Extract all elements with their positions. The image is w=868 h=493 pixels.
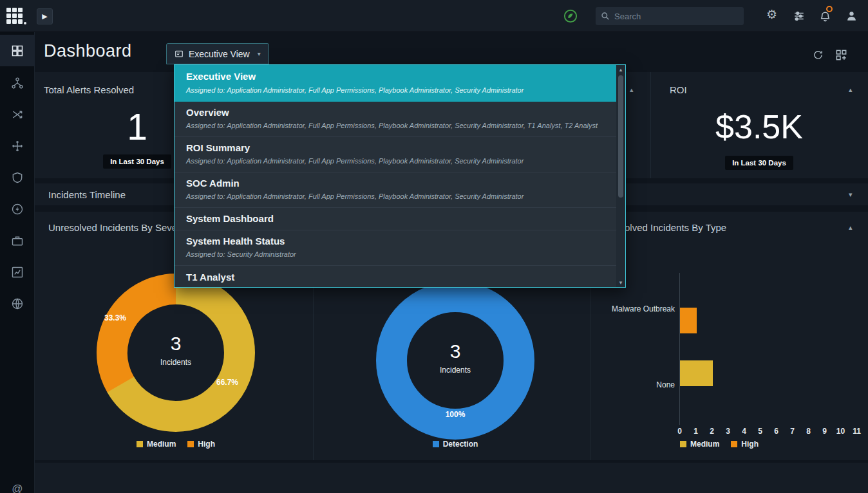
dashboard-view-icon bbox=[175, 50, 184, 59]
category-label: None bbox=[590, 380, 675, 389]
partial-widget-row bbox=[35, 463, 868, 493]
workflow-icon bbox=[11, 77, 24, 89]
sidebar-item-reports[interactable] bbox=[0, 256, 35, 288]
app-root: ▶ ⚙ bbox=[0, 0, 868, 493]
search-box[interactable] bbox=[596, 7, 744, 25]
legend-item-medium[interactable]: Medium bbox=[680, 440, 719, 449]
sidebar-item-security[interactable] bbox=[0, 162, 35, 193]
page-title: Dashboard bbox=[44, 41, 132, 61]
x-tick: 10 bbox=[833, 427, 849, 436]
y-axis-line bbox=[679, 273, 680, 425]
detection-total: 3 bbox=[375, 340, 536, 362]
sidebar-item-threat-intel[interactable] bbox=[0, 98, 35, 130]
scroll-down-icon[interactable]: ▾ bbox=[616, 278, 625, 287]
notifications-bell-icon[interactable] bbox=[819, 10, 831, 23]
dropdown-item-system-dashboard[interactable]: System Dashboard bbox=[175, 208, 617, 230]
dropdown-scrollbar[interactable]: ▴ ▾ bbox=[616, 65, 625, 287]
dropdown-item-t1-analyst[interactable]: T1 Analyst bbox=[175, 266, 617, 288]
legend-swatch-medium bbox=[680, 441, 686, 447]
severity-donut-center: 3 Incidents bbox=[95, 333, 256, 367]
dropdown-item-roi-summary[interactable]: ROI Summary Assigned to: Application Adm… bbox=[175, 137, 617, 172]
dropdown-item-soc-admin[interactable]: SOC Admin Assigned to: Application Admin… bbox=[175, 172, 617, 208]
x-tick: 3 bbox=[720, 427, 736, 436]
x-tick: 11 bbox=[849, 427, 865, 436]
legend-swatch-detection bbox=[433, 441, 439, 447]
globe-icon bbox=[11, 297, 24, 310]
legend-swatch-high bbox=[187, 441, 194, 447]
legend-item-medium[interactable]: Medium bbox=[137, 440, 176, 449]
chevron-down-icon: ▾ bbox=[258, 50, 261, 57]
pipeline-icon[interactable] bbox=[793, 10, 805, 22]
search-input[interactable] bbox=[614, 12, 730, 21]
user-profile-icon[interactable] bbox=[845, 10, 858, 22]
bar-none[interactable] bbox=[680, 360, 713, 386]
sidebar-item-incidents[interactable] bbox=[0, 67, 35, 98]
dropdown-item-executive-view[interactable]: Executive View Assigned to: Application … bbox=[175, 65, 617, 102]
slice-label-medium: 66.7% bbox=[216, 378, 238, 387]
dashboard-view-label: Executive View bbox=[189, 49, 250, 59]
widget-title-by-severity: Unresolved Incidents By Severity bbox=[48, 222, 190, 233]
widget-title-total-alerts: Total Alerts Resolved bbox=[44, 84, 134, 95]
search-icon bbox=[601, 12, 610, 21]
legend-item-high[interactable]: High bbox=[731, 440, 759, 449]
sidebar-item-mentions[interactable]: @ bbox=[0, 473, 35, 493]
scroll-up-icon[interactable]: ▴ bbox=[616, 65, 625, 74]
chart-icon bbox=[11, 266, 24, 279]
legend-item-detection[interactable]: Detection bbox=[433, 440, 478, 449]
system-health-icon[interactable] bbox=[563, 9, 578, 23]
mention-icon: @ bbox=[12, 483, 23, 493]
play-icon: ▶ bbox=[42, 12, 47, 21]
add-widget-button[interactable] bbox=[835, 49, 847, 61]
x-tick: 1 bbox=[688, 427, 704, 436]
roi-value: $3.5K bbox=[650, 107, 868, 146]
quick-launch-button[interactable]: ▶ bbox=[37, 8, 53, 24]
scrollbar-thumb[interactable] bbox=[618, 75, 623, 198]
x-axis-ticks: 0 1 2 3 4 5 6 7 8 9 10 11 bbox=[672, 427, 865, 436]
sidebar: @ bbox=[0, 32, 35, 493]
x-tick: 4 bbox=[736, 427, 752, 436]
crosshair-icon bbox=[11, 140, 24, 153]
notification-badge bbox=[826, 6, 833, 12]
legend-item-high[interactable]: High bbox=[187, 440, 215, 449]
legend-swatch-high bbox=[731, 441, 737, 447]
widget-title-roi: ROI bbox=[670, 84, 687, 95]
slice-label-detection: 100% bbox=[375, 410, 536, 419]
sidebar-item-dashboards[interactable] bbox=[0, 35, 35, 66]
refresh-button[interactable] bbox=[813, 50, 824, 60]
collapse-chevron-icon[interactable]: ▴ bbox=[630, 86, 634, 93]
sidebar-item-marketplace[interactable] bbox=[0, 288, 35, 319]
dropdown-item-system-health-status[interactable]: System Health Status Assigned to: Securi… bbox=[175, 230, 617, 266]
x-tick: 9 bbox=[816, 427, 833, 436]
app-logo-icon bbox=[6, 7, 29, 26]
x-tick: 5 bbox=[752, 427, 768, 436]
settings-gear-icon[interactable]: ⚙ bbox=[766, 8, 777, 21]
collapse-chevron-icon[interactable]: ▴ bbox=[849, 86, 853, 93]
topbar: ▶ ⚙ bbox=[0, 0, 868, 32]
shield-icon bbox=[11, 171, 24, 184]
x-tick: 2 bbox=[704, 427, 720, 436]
sidebar-item-jobs[interactable] bbox=[0, 225, 35, 256]
collapse-chevron-icon[interactable]: ▾ bbox=[849, 191, 853, 198]
severity-total-label: Incidents bbox=[95, 358, 256, 367]
x-tick: 6 bbox=[768, 427, 784, 436]
sidebar-item-automation[interactable] bbox=[0, 193, 35, 225]
slice-label-high: 33.3% bbox=[104, 313, 126, 322]
widget-title-incidents-timeline: Incidents Timeline bbox=[48, 189, 126, 200]
severity-total: 3 bbox=[95, 333, 256, 355]
type-legend: Medium High bbox=[680, 440, 759, 449]
detection-donut-center: 3 Incidents bbox=[375, 340, 536, 375]
dashboard-view-dropdown: Executive View Assigned to: Application … bbox=[174, 64, 626, 288]
bar-malware-outbreak[interactable] bbox=[680, 308, 697, 333]
briefcase-icon bbox=[11, 234, 24, 247]
lightning-icon bbox=[11, 203, 24, 216]
severity-legend: Medium High bbox=[95, 440, 256, 449]
collapse-chevron-icon[interactable]: ▴ bbox=[849, 224, 853, 231]
total-alerts-range-badge: In Last 30 Days bbox=[103, 154, 171, 169]
dashboard-view-selector[interactable]: Executive View ▾ bbox=[166, 43, 269, 64]
x-tick: 7 bbox=[784, 427, 800, 436]
legend-swatch-medium bbox=[137, 441, 143, 447]
x-tick: 0 bbox=[672, 427, 688, 436]
dropdown-item-overview[interactable]: Overview Assigned to: Application Admini… bbox=[175, 102, 617, 137]
sidebar-item-investigations[interactable] bbox=[0, 130, 35, 162]
shuffle-icon bbox=[11, 108, 24, 121]
